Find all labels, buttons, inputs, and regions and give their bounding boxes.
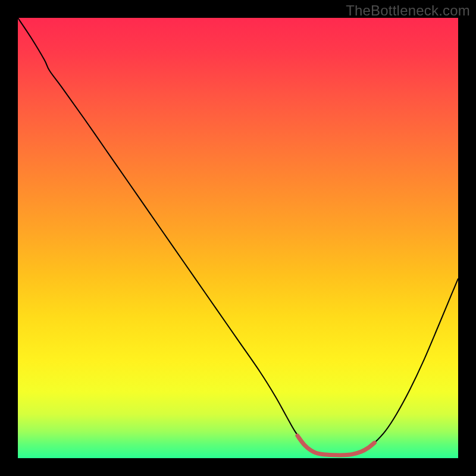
chart-frame: TheBottleneck.com bbox=[0, 0, 476, 476]
chart-svg bbox=[18, 18, 458, 458]
watermark-label: TheBottleneck.com bbox=[346, 2, 470, 19]
gradient-background bbox=[18, 18, 458, 458]
plot-area bbox=[18, 18, 458, 458]
